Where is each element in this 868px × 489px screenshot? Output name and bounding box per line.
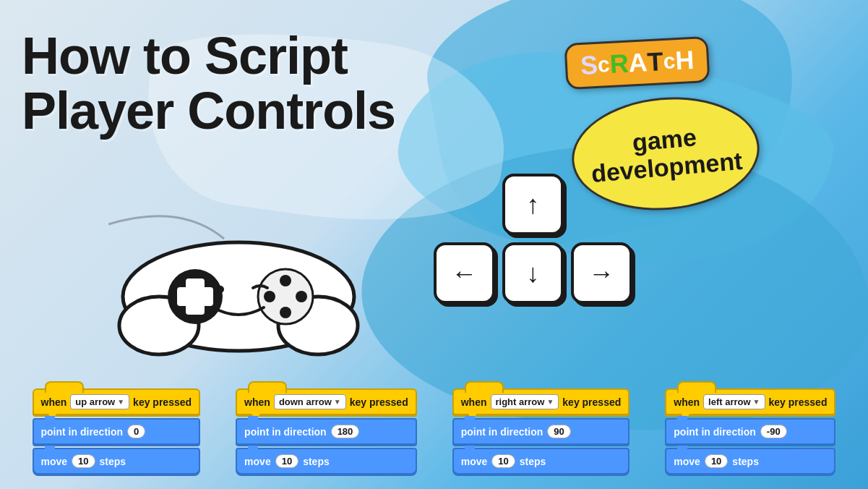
key-pressed-label-2: key pressed [350,396,408,408]
svg-point-12 [217,286,224,293]
right-move-block: move 10 steps [452,448,630,475]
svg-point-10 [296,291,307,302]
title-section: How to ScriptPlayer Controls [22,29,426,138]
svg-point-6 [188,289,202,304]
up-steps-value: 10 [72,454,95,468]
key-pressed-label-3: key pressed [562,396,621,408]
left-arrow-blocks: when left arrow ▼ key pressed point in d… [665,388,835,475]
down-point-block: point in direction 180 [236,418,417,445]
scratch-a: A [627,47,648,78]
down-key-dropdown[interactable]: down arrow ▼ [274,394,346,409]
when-label-2: when [244,396,270,408]
svg-point-11 [280,307,291,318]
right-arrow-key: → [571,242,632,304]
scratch-logo: S c R A T c H [565,40,709,86]
right-hat-block: when right arrow ▼ key pressed [452,388,630,415]
move-label-3: move [461,456,488,467]
scratch-r: R [609,48,629,80]
up-arrow-key: ↑ [502,174,564,235]
svg-point-8 [280,275,291,286]
left-hat-block: when left arrow ▼ key pressed [665,388,835,415]
right-direction-value: 90 [547,425,570,438]
left-steps-value: 10 [705,454,728,468]
dropdown-arrow-icon-4: ▼ [753,398,760,406]
point-label: point in direction [41,426,124,438]
dropdown-arrow-icon: ▼ [117,398,124,406]
up-arrow-blocks: when up arrow ▼ key pressed point in dir… [33,388,201,475]
dropdown-arrow-icon-3: ▼ [546,398,554,406]
scratch-c1: c [597,52,610,77]
left-key-dropdown[interactable]: left arrow ▼ [703,394,765,409]
right-arrow-blocks: when right arrow ▼ key pressed point in … [452,388,630,475]
point-label-4: point in direction [674,426,756,438]
up-key-dropdown[interactable]: up arrow ▼ [70,394,129,409]
main-title: How to ScriptPlayer Controls [22,29,426,138]
gamepad-svg [108,203,369,362]
move-label-4: move [674,456,700,467]
left-point-block: point in direction -90 [665,418,835,445]
down-arrow-blocks: when down arrow ▼ key pressed point in d… [236,388,417,475]
when-label: when [41,396,67,408]
svg-point-9 [264,291,275,302]
move-label: move [41,456,68,467]
gamepad-illustration [108,203,369,362]
scratch-h: H [674,45,695,76]
steps-label-2: steps [303,456,330,467]
left-move-block: move 10 steps [665,448,835,475]
steps-label-3: steps [520,456,546,467]
steps-label-4: steps [732,456,759,467]
down-move-block: move 10 steps [236,448,417,475]
dropdown-arrow-icon-2: ▼ [334,398,341,406]
scratch-t: T [646,46,663,77]
right-point-block: point in direction 90 [452,418,630,445]
point-label-3: point in direction [461,426,543,438]
down-steps-value: 10 [275,454,298,468]
game-dev-text: game development [588,120,743,187]
point-label-2: point in direction [244,426,327,438]
scratch-c2: c [662,48,675,74]
down-hat-block: when down arrow ▼ key pressed [236,388,417,415]
down-direction-value: 180 [331,425,360,438]
code-blocks-row: when up arrow ▼ key pressed point in dir… [0,388,868,475]
move-label-2: move [244,456,271,467]
scratch-badge: S c R A T c H [564,36,710,90]
left-direction-value: -90 [760,425,787,438]
key-pressed-label-4: key pressed [769,396,828,408]
up-direction-value: 0 [127,425,145,438]
down-arrow-key: ↓ [502,242,564,304]
key-pressed-label: key pressed [133,396,192,408]
when-label-4: when [674,396,700,408]
up-point-block: point in direction 0 [33,418,201,445]
up-hat-block: when up arrow ▼ key pressed [33,388,201,415]
left-arrow-key: ← [434,242,495,304]
steps-label: steps [100,456,126,467]
right-key-dropdown[interactable]: right arrow ▼ [491,394,559,409]
when-label-3: when [461,396,487,408]
scratch-s: S [580,50,598,81]
right-steps-value: 10 [491,454,515,468]
up-move-block: move 10 steps [33,448,201,475]
